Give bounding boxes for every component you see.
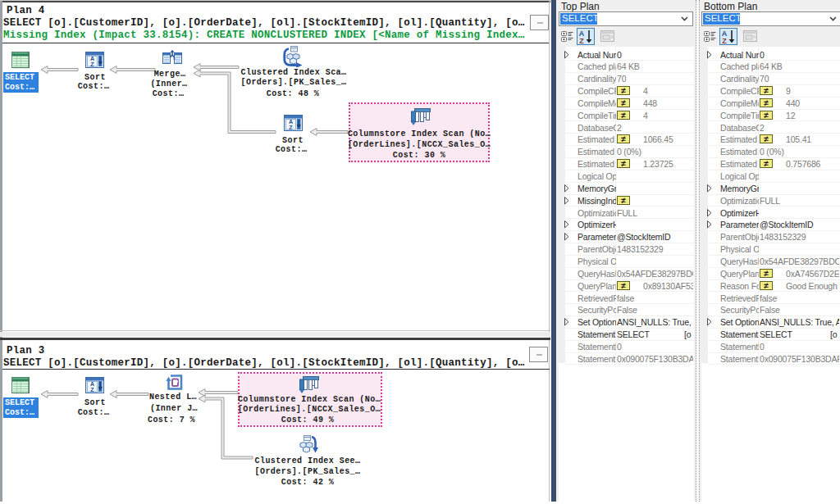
- svg-text:A: A: [90, 56, 94, 61]
- svg-text:Z: Z: [579, 37, 584, 44]
- svg-text:Z: Z: [289, 125, 293, 130]
- svg-text:A: A: [289, 119, 293, 125]
- svg-text:Z: Z: [722, 37, 727, 44]
- svg-text:Z: Z: [90, 61, 94, 67]
- svg-text:A: A: [90, 381, 94, 387]
